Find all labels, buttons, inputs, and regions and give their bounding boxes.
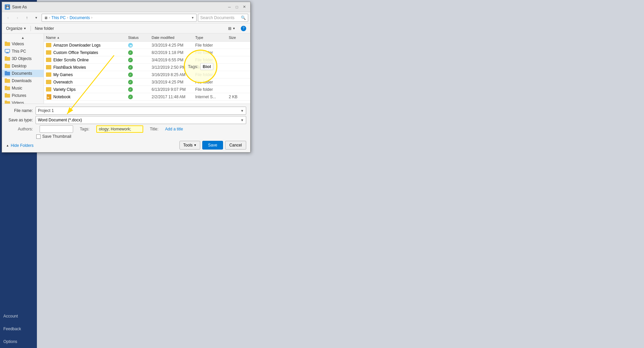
hide-folders-button[interactable]: Hide Folders	[11, 143, 34, 148]
sidebar-item-3d-objects[interactable]: 3D Objects	[2, 55, 44, 62]
search-icon[interactable]: 🔍	[241, 15, 246, 20]
back-button[interactable]: ‹	[4, 14, 12, 22]
file-name: Overwatch	[53, 80, 72, 84]
sort-arrow: ▲	[57, 36, 60, 39]
col-header-status[interactable]: Status	[126, 36, 150, 40]
status-cell: ☁	[126, 43, 150, 48]
sidebar-item-desktop[interactable]: Desktop	[2, 62, 44, 70]
help-button[interactable]: ?	[239, 25, 248, 32]
scroll-up[interactable]: ▲	[2, 35, 44, 40]
sidebar-item-documents[interactable]: Documents	[2, 70, 44, 77]
button-row: ▲ Hide Folders Tools ▼ Save Cancel	[6, 141, 246, 150]
file-name-cell: Overwatch	[44, 80, 126, 84]
svg-rect-4	[6, 53, 9, 53]
view-button[interactable]: ⊞ ▼	[227, 25, 237, 32]
status-dot: ✓	[128, 95, 133, 99]
file-name: Variety Clips	[53, 87, 75, 92]
date-cell: 3/3/2019 4:25 PM	[150, 43, 193, 48]
file-name: Notebook	[53, 95, 70, 99]
col-header-name[interactable]: Name ▲	[44, 36, 126, 40]
table-row[interactable]: Amazon Downloader Logs ☁ 3/3/2019 4:25 P…	[44, 42, 250, 49]
sidebar-label: Videos	[12, 101, 24, 104]
organize-button[interactable]: Organize ▼	[5, 25, 28, 32]
tools-arrow: ▼	[194, 143, 197, 147]
search-placeholder: Search Documents	[200, 15, 239, 20]
date-cell: 8/2/2019 1:18 PM	[150, 50, 193, 55]
search-bar[interactable]: Search Documents 🔍	[198, 14, 248, 22]
status-cell: ✓	[126, 58, 150, 62]
status-dot: ✓	[128, 80, 133, 84]
close-button[interactable]: ✕	[241, 4, 248, 10]
save-button[interactable]: Save	[202, 141, 223, 150]
col-header-date[interactable]: Date modified	[150, 36, 193, 40]
sidebar-item-pictures[interactable]: Pictures	[2, 92, 44, 99]
sidebar-item-videos-bottom[interactable]: Videos	[2, 99, 44, 104]
organize-label: Organize	[6, 26, 22, 31]
breadcrumb-this-pc[interactable]: This PC	[51, 15, 66, 20]
date-cell: 2/2/2017 11:48 AM	[150, 95, 193, 99]
col-header-type[interactable]: Type	[193, 36, 227, 40]
view-arrow: ▼	[232, 27, 235, 30]
forward-button[interactable]: ›	[13, 14, 21, 22]
sidebar-label: Videos	[12, 42, 24, 46]
dialog-sidebar: ▲ Videos This PC 3D Objects	[2, 34, 44, 104]
sidebar-feedback[interactable]: Feedback	[0, 323, 37, 335]
column-headers: Name ▲ Status Date modified Type Size	[44, 34, 250, 42]
table-row[interactable]: ie Notebook ✓ 2/2/2017 11:48 AM Internet…	[44, 93, 250, 101]
table-row[interactable]: Overwatch ✓ 3/3/2019 4:25 PM File folder	[44, 78, 250, 86]
save-thumbnail-checkbox[interactable]	[36, 134, 41, 139]
sidebar-item-downloads[interactable]: Downloads	[2, 77, 44, 84]
sidebar-label: Desktop	[12, 64, 26, 68]
breadcrumb-bar[interactable]: 🖥 › This PC › Documents › ▼	[42, 14, 197, 22]
save-as-type-row: Save as type: Word Document (*.docx) ▼	[6, 116, 246, 124]
up-button[interactable]: ↑	[23, 14, 31, 22]
svg-rect-12	[5, 78, 7, 79]
breadcrumb-documents[interactable]: Documents	[69, 15, 90, 20]
table-row[interactable]: FlashBack Movies ✓ 3/12/2019 2:50 PM Fil…	[44, 64, 250, 71]
folder-icon	[46, 58, 51, 62]
sidebar-account[interactable]: Account	[0, 310, 37, 323]
authors-input[interactable]	[40, 125, 73, 133]
table-row[interactable]: Variety Clips ✓ 6/13/2019 9:07 PM File f…	[44, 86, 250, 93]
svg-rect-1	[5, 42, 7, 43]
breadcrumb-sep1: ›	[49, 16, 50, 19]
nav-toolbar: ‹ › ↑ ▼ 🖥 › This PC › Documents › ▼ Sear…	[2, 12, 250, 23]
sidebar-options[interactable]: Options	[0, 335, 37, 348]
breadcrumb-dropdown[interactable]: ▼	[191, 16, 194, 19]
table-row[interactable]: Custom Office Templates ✓ 8/2/2019 1:18 …	[44, 49, 250, 56]
tools-button[interactable]: Tools ▼	[179, 141, 200, 150]
table-row[interactable]: Elder Scrolls Online ✓ 3/4/2019 6:55 PM …	[44, 56, 250, 64]
file-name: Custom Office Templates	[53, 50, 98, 55]
recent-button[interactable]: ▼	[32, 14, 40, 22]
folder-icon	[5, 56, 10, 61]
save-as-type-arrow: ▼	[240, 118, 244, 122]
table-row[interactable]: My Games ✓ 3/16/2019 8:25 AM File folder	[44, 71, 250, 78]
col-header-size[interactable]: Size	[227, 36, 250, 40]
sidebar-item-this-pc[interactable]: This PC	[2, 48, 44, 55]
tags-input[interactable]: ology; Homework;	[96, 125, 143, 133]
sidebar-label: Music	[12, 86, 22, 91]
file-name-cell: Variety Clips	[44, 87, 126, 92]
type-cell: File folder	[193, 50, 227, 55]
computer-icon	[5, 49, 10, 54]
status-cell: ✓	[126, 80, 150, 84]
maximize-button[interactable]: □	[233, 4, 240, 10]
title-label-inline: Title:	[150, 127, 159, 131]
cancel-button[interactable]: Cancel	[225, 141, 246, 150]
file-name: Amazon Downloader Logs	[53, 43, 101, 48]
minimize-button[interactable]: ─	[226, 4, 233, 10]
dialog-title-icon: 💾	[5, 4, 10, 10]
folder-icon	[46, 43, 51, 47]
save-as-type-select[interactable]: Word Document (*.docx) ▼	[36, 116, 246, 124]
file-name-dropdown[interactable]: ▼	[240, 109, 244, 113]
sidebar-item-music[interactable]: Music	[2, 84, 44, 92]
folder-icon	[46, 72, 51, 77]
file-name-input[interactable]: Project 1 ▼	[36, 107, 246, 115]
save-as-type-label: Save as type:	[6, 118, 33, 122]
file-name: FlashBack Movies	[53, 65, 86, 70]
date-cell: 3/3/2019 4:25 PM	[150, 80, 193, 84]
tools-label: Tools	[183, 143, 193, 148]
sidebar-item-videos-top[interactable]: Videos	[2, 40, 44, 48]
add-title-link[interactable]: Add a title	[165, 127, 183, 131]
new-folder-button[interactable]: New folder	[34, 25, 55, 32]
